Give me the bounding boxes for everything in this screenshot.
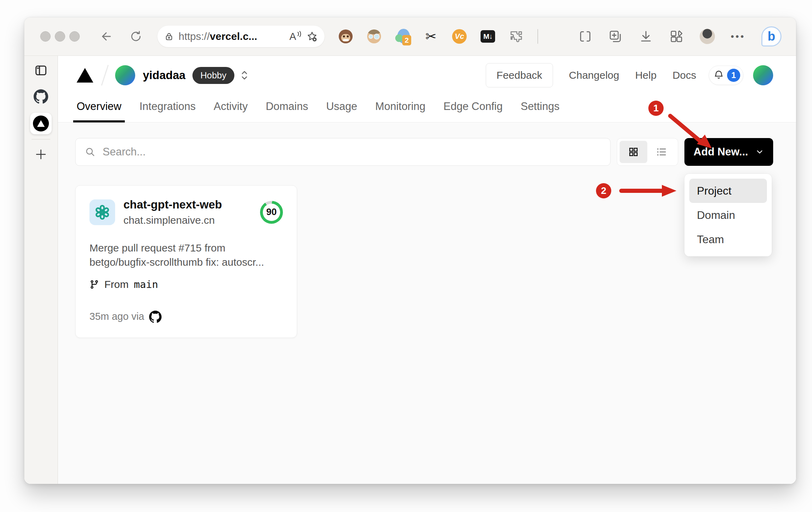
changelog-link[interactable]: Changelog [569, 69, 619, 81]
project-domain[interactable]: chat.simplenaive.cn [123, 214, 222, 226]
chevron-down-icon [755, 147, 764, 156]
help-link[interactable]: Help [635, 69, 657, 81]
view-toggle [617, 138, 678, 166]
github-icon [149, 310, 162, 323]
plan-badge: Hobby [192, 67, 234, 84]
tab-usage[interactable]: Usage [323, 95, 361, 122]
split-screen-icon[interactable] [578, 29, 592, 43]
girl-avatar-icon [367, 29, 381, 43]
user-avatar[interactable] [753, 65, 773, 85]
extensions-puzzle-icon[interactable] [509, 29, 524, 44]
site-header: yidadaa Hobby Feedback Changelog Help Do… [58, 56, 796, 95]
apps-launcher-icon[interactable] [669, 29, 684, 44]
lighthouse-score-value: 90 [263, 204, 280, 221]
tab-settings[interactable]: Settings [517, 95, 563, 122]
tab-domains[interactable]: Domains [262, 95, 311, 122]
git-branch-icon [89, 280, 99, 289]
avatar-extension-icon[interactable] [367, 29, 381, 44]
team-name[interactable]: yidadaa [143, 69, 185, 82]
tab-count-icon: 2 [395, 29, 410, 44]
tab-count-badge: 2 [402, 35, 411, 45]
browser-window: https://vercel.c... A 2 ✂ [24, 17, 796, 484]
sidebar-divider [32, 139, 50, 139]
openai-logo-icon [94, 204, 111, 221]
tab-activity[interactable]: Activity [210, 95, 251, 122]
branch-row: From main [89, 279, 283, 290]
dashboard-tabs: Overview Integrations Activity Domains U… [58, 95, 796, 122]
reload-icon[interactable] [130, 30, 142, 43]
new-tab-icon[interactable] [34, 148, 47, 161]
search-placeholder: Search... [103, 146, 146, 158]
toolbar-divider [537, 29, 538, 44]
add-new-dropdown: Project Domain Team [684, 174, 772, 256]
dropdown-item-team[interactable]: Team [689, 227, 767, 251]
project-favicon [89, 199, 115, 225]
dropdown-item-project[interactable]: Project [689, 179, 767, 203]
browser-sidebar [24, 56, 58, 484]
back-icon[interactable] [100, 30, 113, 43]
branch-name: main [134, 279, 158, 290]
minimize-window-button[interactable] [55, 31, 65, 42]
bing-chat-icon[interactable]: b [761, 26, 781, 46]
close-window-button[interactable] [40, 31, 51, 42]
more-menu-icon[interactable]: ••• [731, 31, 745, 42]
scissors-extension-icon[interactable]: ✂ [424, 29, 438, 44]
search-icon [85, 146, 96, 157]
project-card[interactable]: chat-gpt-next-web chat.simplenaive.cn 90… [75, 185, 297, 338]
tab-integrations[interactable]: Integrations [136, 95, 199, 122]
dropdown-item-domain[interactable]: Domain [689, 203, 767, 227]
address-bar[interactable]: https://vercel.c... A [157, 26, 325, 47]
notifications-button[interactable]: 1 [709, 66, 743, 85]
project-name[interactable]: chat-gpt-next-web [123, 198, 222, 211]
feedback-button[interactable]: Feedback [486, 63, 553, 87]
lighthouse-score-ring[interactable]: 90 [260, 201, 283, 224]
vercel-logo[interactable] [77, 68, 93, 83]
url-text[interactable]: https://vercel.c... [179, 31, 285, 42]
sidebar-toggle-icon[interactable] [34, 63, 48, 77]
team-avatar[interactable] [115, 65, 135, 85]
vercel-tab-active[interactable] [30, 113, 52, 134]
breadcrumb-slash [101, 65, 109, 86]
read-aloud-icon[interactable]: A [290, 31, 302, 42]
tab-manager-extension-icon[interactable]: 2 [395, 29, 410, 44]
project-card-header: chat-gpt-next-web chat.simplenaive.cn 90 [89, 198, 283, 226]
vc-extension-icon[interactable]: Vc [452, 29, 467, 44]
commit-message[interactable]: Merge pull request #715 from betgo/bugfi… [89, 241, 283, 270]
tab-monitoring[interactable]: Monitoring [372, 95, 429, 122]
zoom-window-button[interactable] [69, 31, 80, 42]
window-controls [40, 31, 80, 42]
tampermonkey-extension-icon[interactable] [338, 29, 353, 44]
grid-view-button[interactable] [620, 141, 647, 163]
add-new-button[interactable]: Add New... [684, 138, 773, 166]
profile-avatar[interactable] [700, 29, 715, 44]
downloads-icon[interactable] [639, 29, 653, 44]
list-view-button[interactable] [648, 141, 675, 163]
bell-icon [713, 70, 724, 81]
docs-link[interactable]: Docs [673, 69, 696, 81]
browser-body: yidadaa Hobby Feedback Changelog Help Do… [24, 56, 796, 484]
deployment-meta: 35m ago via [89, 310, 283, 323]
github-tab-icon[interactable] [34, 89, 48, 104]
lock-icon [164, 32, 174, 41]
scope-switcher-icon[interactable] [240, 69, 249, 81]
collections-icon[interactable] [608, 29, 623, 44]
vercel-favicon [33, 116, 49, 131]
search-input[interactable]: Search... [75, 138, 611, 166]
toolbar-right: ••• b [578, 26, 781, 46]
vercel-dashboard: yidadaa Hobby Feedback Changelog Help Do… [58, 56, 796, 484]
markdown-extension-icon[interactable]: M↓ [481, 29, 495, 44]
page-controls: Search... Add New... [75, 138, 773, 166]
monkey-icon [339, 29, 353, 43]
tab-edge-config[interactable]: Edge Config [440, 95, 506, 122]
browser-toolbar: https://vercel.c... A 2 ✂ [24, 17, 796, 56]
notification-count-badge: 1 [727, 69, 740, 82]
extensions-row: 2 ✂ Vc M↓ [338, 29, 524, 44]
add-favorite-icon[interactable] [306, 31, 318, 42]
tab-overview[interactable]: Overview [73, 95, 125, 122]
